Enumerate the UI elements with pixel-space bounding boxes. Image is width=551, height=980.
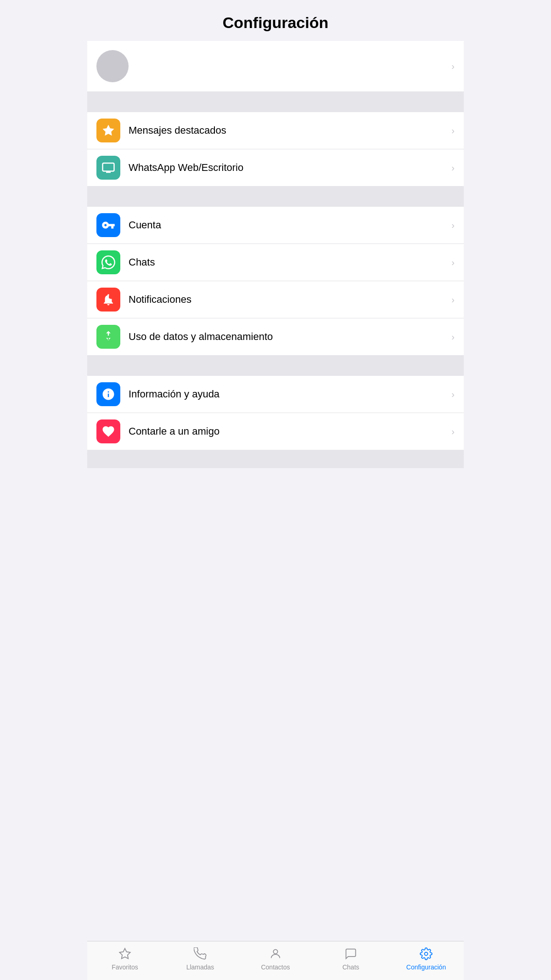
cuenta-item[interactable]: Cuenta ›: [87, 207, 464, 244]
nav-contactos-label: Contactos: [261, 963, 290, 971]
svg-rect-0: [103, 163, 114, 171]
chats-icon: [96, 250, 120, 274]
info-ayuda-item[interactable]: Información y ayuda ›: [87, 376, 464, 413]
mensajes-destacados-chevron: ›: [451, 125, 455, 136]
profile-section[interactable]: ›: [87, 41, 464, 91]
notificaciones-item[interactable]: Notificaciones ›: [87, 281, 464, 318]
mensajes-destacados-icon: [96, 119, 120, 142]
contarle-amigo-icon: [96, 419, 120, 443]
section-gap-3: [87, 355, 464, 376]
phone-nav-icon: [192, 946, 208, 962]
info-ayuda-icon: [96, 382, 120, 406]
profile-row[interactable]: ›: [87, 41, 464, 91]
chats-setting-chevron: ›: [451, 257, 455, 268]
whatsapp-web-item[interactable]: WhatsApp Web/Escritorio ›: [87, 149, 464, 186]
uso-datos-item[interactable]: Uso de datos y almacenamiento ›: [87, 318, 464, 355]
info-ayuda-chevron: ›: [451, 389, 455, 400]
profile-chevron: ›: [451, 61, 455, 72]
notificaciones-chevron: ›: [451, 295, 455, 305]
nav-llamadas-label: Llamadas: [186, 963, 214, 971]
mensajes-destacados-item[interactable]: Mensajes destacados ›: [87, 112, 464, 149]
person-nav-icon: [268, 946, 283, 962]
whatsapp-web-chevron: ›: [451, 163, 455, 173]
uso-datos-label: Uso de datos y almacenamiento: [129, 331, 451, 343]
chat-nav-icon: [343, 946, 359, 962]
help-section: Información y ayuda › Contarle a un amig…: [87, 376, 464, 450]
bottom-spacer: [87, 450, 464, 468]
nav-configuracion[interactable]: Configuración: [388, 946, 464, 971]
page-title: Configuración: [87, 0, 464, 41]
nav-contactos[interactable]: Contactos: [238, 946, 313, 971]
whatsapp-web-label: WhatsApp Web/Escritorio: [129, 162, 451, 174]
uso-datos-chevron: ›: [451, 332, 455, 342]
svg-rect-4: [109, 295, 113, 299]
star-nav-icon: [117, 946, 133, 962]
notificaciones-label: Notificaciones: [129, 294, 451, 306]
avatar: [96, 50, 129, 82]
mensajes-destacados-label: Mensajes destacados: [129, 125, 451, 136]
chats-setting-label: Chats: [129, 256, 451, 268]
whatsapp-web-icon: [96, 156, 120, 180]
svg-point-6: [425, 952, 428, 956]
svg-point-5: [273, 950, 277, 954]
contarle-amigo-item[interactable]: Contarle a un amigo ›: [87, 413, 464, 450]
nav-favoritos[interactable]: Favoritos: [87, 946, 163, 971]
notificaciones-icon: [96, 288, 120, 312]
settings-section: Cuenta › Chats ›: [87, 207, 464, 355]
section-gap-1: [87, 91, 464, 112]
nav-chats-label: Chats: [343, 963, 360, 971]
bottom-navigation: Favoritos Llamadas Contactos Chats: [87, 941, 464, 980]
gear-nav-icon: [418, 946, 434, 962]
section-gap-2: [87, 186, 464, 207]
uso-datos-icon: [96, 325, 120, 349]
featured-section: Mensajes destacados › WhatsApp Web/Escri…: [87, 112, 464, 186]
info-ayuda-label: Información y ayuda: [129, 388, 451, 400]
nav-favoritos-label: Favoritos: [112, 963, 138, 971]
contarle-amigo-chevron: ›: [451, 426, 455, 437]
nav-configuracion-label: Configuración: [406, 963, 446, 971]
cuenta-chevron: ›: [451, 220, 455, 231]
contarle-amigo-label: Contarle a un amigo: [129, 425, 451, 437]
chats-item[interactable]: Chats ›: [87, 244, 464, 281]
cuenta-icon: [96, 213, 120, 237]
cuenta-label: Cuenta: [129, 219, 451, 231]
nav-chats[interactable]: Chats: [313, 946, 388, 971]
nav-llamadas[interactable]: Llamadas: [163, 946, 238, 971]
